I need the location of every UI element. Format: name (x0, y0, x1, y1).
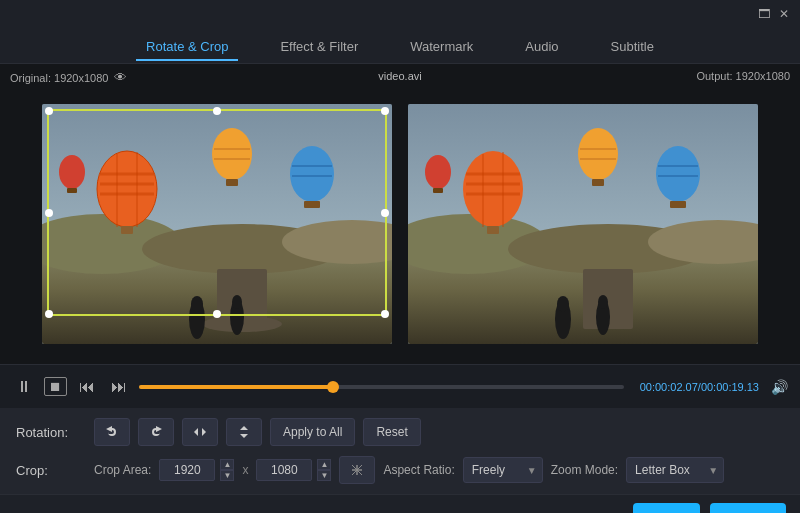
video-left-thumbnail (42, 104, 392, 344)
crop-width-group: ▲ ▼ (159, 459, 234, 481)
tab-watermark[interactable]: Watermark (400, 33, 483, 60)
crop-label: Crop: (16, 463, 86, 478)
crop-handle-br[interactable] (381, 310, 389, 318)
time-display: 00:00:02.07/00:00:19.13 (640, 381, 759, 393)
crop-width-down[interactable]: ▼ (220, 470, 234, 481)
aspect-ratio-select[interactable]: Freely 16:9 4:3 1:1 9:16 (463, 457, 543, 483)
output-resolution: Output: 1920x1080 (696, 70, 790, 82)
original-resolution: Original: 1920x1080 👁 (10, 70, 127, 85)
rotate-right-button[interactable] (138, 418, 174, 446)
progress-bar[interactable] (139, 385, 624, 389)
crop-width-spinner: ▲ ▼ (220, 459, 234, 481)
video-area: Original: 1920x1080 👁 video.avi Output: … (0, 64, 800, 364)
crop-height-down[interactable]: ▼ (317, 470, 331, 481)
crop-handle-mr[interactable] (381, 209, 389, 217)
ok-button[interactable]: OK (633, 503, 700, 513)
crop-width-up[interactable]: ▲ (220, 459, 234, 470)
crop-overlay[interactable] (47, 109, 387, 316)
crop-height-input[interactable] (256, 459, 312, 481)
video-right-preview (408, 104, 758, 344)
crop-handle-tr[interactable] (381, 107, 389, 115)
crop-handle-tm[interactable] (213, 107, 221, 115)
title-bar: 🗖 ✕ (0, 0, 800, 28)
crop-height-up[interactable]: ▲ (317, 459, 331, 470)
controls-panel: Rotation: Apply to All Reset Crop: Crop (0, 408, 800, 494)
crop-handle-bl[interactable] (45, 310, 53, 318)
reset-button[interactable]: Reset (363, 418, 420, 446)
tab-audio[interactable]: Audio (515, 33, 568, 60)
flip-vertical-button[interactable] (226, 418, 262, 446)
eye-icon[interactable]: 👁 (114, 70, 127, 85)
rotation-label: Rotation: (16, 425, 86, 440)
crop-handle-ml[interactable] (45, 209, 53, 217)
restore-button[interactable]: 🗖 (756, 6, 772, 22)
prev-frame-button[interactable]: ⏮ (75, 376, 99, 398)
footer: OK Cancel (0, 494, 800, 513)
tab-rotate-crop[interactable]: Rotate & Crop (136, 33, 238, 60)
controls-bar: ⏸ ⏹ ⏮ ⏭ 00:00:02.07/00:00:19.13 🔊 (0, 364, 800, 408)
aspect-ratio-label: Aspect Ratio: (383, 463, 454, 477)
svg-rect-45 (592, 179, 604, 186)
svg-point-55 (598, 295, 608, 309)
progress-fill (139, 385, 333, 389)
videos-container (0, 64, 800, 364)
svg-point-42 (578, 128, 618, 180)
crop-row: Crop: Crop Area: ▲ ▼ x ▲ ▼ (16, 456, 784, 484)
zoom-mode-label: Zoom Mode: (551, 463, 618, 477)
video-left-preview (42, 104, 392, 344)
crop-area-label: Crop Area: (94, 463, 151, 477)
video-right-thumbnail (408, 104, 758, 344)
multiply-symbol: x (242, 463, 248, 477)
cancel-button[interactable]: Cancel (710, 503, 786, 513)
crop-width-input[interactable] (159, 459, 215, 481)
crop-height-group: ▲ ▼ (256, 459, 331, 481)
svg-rect-41 (487, 226, 499, 234)
svg-point-50 (425, 155, 451, 189)
tab-effect-filter[interactable]: Effect & Filter (270, 33, 368, 60)
rotation-row: Rotation: Apply to All Reset (16, 418, 784, 446)
svg-point-35 (463, 151, 523, 227)
zoom-mode-select[interactable]: Letter Box Pan & Scan Full (626, 457, 724, 483)
close-button[interactable]: ✕ (776, 6, 792, 22)
svg-rect-51 (433, 188, 443, 193)
progress-thumb[interactable] (327, 381, 339, 393)
crop-reset-icon[interactable] (339, 456, 375, 484)
pause-button[interactable]: ⏸ (12, 376, 36, 398)
stop-button[interactable]: ⏹ (44, 377, 67, 396)
crop-handle-bm[interactable] (213, 310, 221, 318)
apply-to-all-button[interactable]: Apply to All (270, 418, 355, 446)
tab-subtitle[interactable]: Subtitle (601, 33, 664, 60)
svg-point-46 (656, 146, 700, 202)
aspect-ratio-select-wrap: Freely 16:9 4:3 1:1 9:16 ▼ (463, 457, 543, 483)
zoom-mode-select-wrap: Letter Box Pan & Scan Full ▼ (626, 457, 724, 483)
video-filename: video.avi (378, 70, 421, 82)
rotate-left-button[interactable] (94, 418, 130, 446)
tab-bar: Rotate & Crop Effect & Filter Watermark … (0, 28, 800, 64)
svg-rect-49 (670, 201, 686, 208)
next-frame-button[interactable]: ⏭ (107, 376, 131, 398)
volume-icon[interactable]: 🔊 (771, 379, 788, 395)
flip-horizontal-button[interactable] (182, 418, 218, 446)
crop-height-spinner: ▲ ▼ (317, 459, 331, 481)
crop-handle-tl[interactable] (45, 107, 53, 115)
svg-point-53 (557, 296, 569, 312)
